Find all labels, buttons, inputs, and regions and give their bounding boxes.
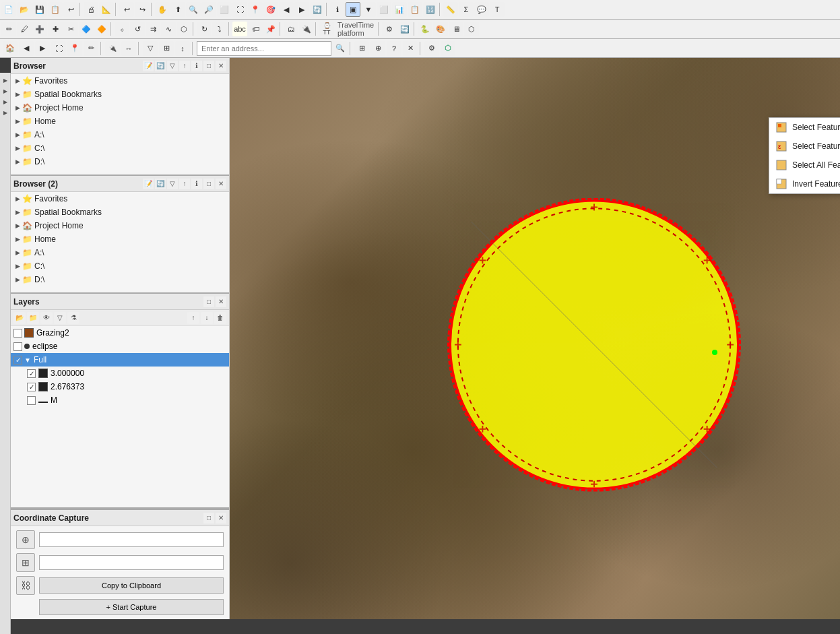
settings2-btn[interactable]: ⚙ bbox=[424, 41, 439, 56]
browser-item-home[interactable]: ▶ 📁 Home bbox=[11, 115, 229, 128]
nav-home-btn[interactable]: 🏠 bbox=[3, 41, 18, 56]
node-tool-btn[interactable]: ⬦ bbox=[115, 22, 129, 36]
layer-grazing2[interactable]: Grazing2 bbox=[11, 326, 229, 340]
deselect-btn[interactable]: ⬜ bbox=[377, 2, 391, 17]
browser2-info-btn[interactable]: ℹ bbox=[191, 179, 202, 189]
coord-input-2[interactable] bbox=[39, 555, 224, 570]
coord-float-btn[interactable]: □ bbox=[203, 513, 214, 524]
close-layer-btn[interactable]: ✕ bbox=[403, 41, 418, 56]
snap-to-grid-btn[interactable]: ⊞ bbox=[354, 41, 369, 56]
geocode-btn[interactable]: 🔍 bbox=[333, 41, 348, 56]
browser2-item-favorites[interactable]: ▶ ⭐ Favorites bbox=[11, 192, 229, 205]
hexagon-btn[interactable]: ⬡ bbox=[441, 41, 455, 56]
nav-back-btn[interactable]: ◀ bbox=[19, 41, 34, 56]
select-dropdown-btn[interactable]: ▼ bbox=[361, 2, 376, 17]
layers-filter-layer-btn[interactable]: ⚗ bbox=[67, 312, 79, 324]
sublayer-2676[interactable]: 2.676373 bbox=[11, 380, 229, 393]
digitize-btn[interactable]: 🖊 bbox=[17, 22, 32, 36]
browser-item-d[interactable]: ▶ 📁 D:\ bbox=[11, 155, 229, 168]
dock-btn-4[interactable]: ▶ bbox=[1, 108, 10, 117]
dock-btn-1[interactable]: ▶ bbox=[1, 75, 10, 85]
browser-item-favorites[interactable]: ▶ ⭐ Favorites bbox=[11, 74, 229, 88]
print-btn[interactable]: 🖨 bbox=[84, 2, 98, 17]
processing-btn[interactable]: ⚙ bbox=[382, 22, 397, 36]
menu-select-by-expression[interactable]: ε Select Features by Expression... bbox=[769, 137, 840, 156]
new-project-btn[interactable]: 📄 bbox=[1, 2, 16, 17]
random-select-btn[interactable]: ↕ bbox=[175, 41, 190, 56]
reshape-btn[interactable]: ↺ bbox=[130, 22, 145, 36]
browser2-item-a[interactable]: ▶ 📁 A:\ bbox=[11, 246, 229, 259]
coord-chain-btn[interactable]: ⛓ bbox=[16, 576, 35, 595]
zoom-prev-btn[interactable]: ◀ bbox=[279, 2, 294, 17]
browser-new-btn[interactable]: 📝 bbox=[143, 61, 154, 71]
layer-full[interactable]: ▼ Full bbox=[11, 353, 229, 367]
layers-move-up-btn[interactable]: ↑ bbox=[187, 312, 199, 324]
pan-btn[interactable]: ✋ bbox=[155, 2, 170, 17]
help-btn[interactable]: ? bbox=[387, 41, 401, 56]
save-as-btn[interactable]: 📋 bbox=[48, 2, 63, 17]
browser2-item-d[interactable]: ▶ 📁 D:\ bbox=[11, 273, 229, 286]
layers-float-btn[interactable]: □ bbox=[203, 296, 214, 307]
zoom-layer-btn[interactable]: 📍 bbox=[248, 2, 263, 17]
zoom-in-btn[interactable]: 🔍 bbox=[186, 2, 201, 17]
zoom-rubber-btn[interactable]: ⬜ bbox=[217, 2, 232, 17]
stats-btn[interactable]: 📊 bbox=[392, 2, 407, 17]
browser-close-btn[interactable]: ✕ bbox=[216, 61, 226, 71]
layers-open-btn[interactable]: 📂 bbox=[13, 312, 26, 324]
browser2-item-c[interactable]: ▶ 📁 C:\ bbox=[11, 259, 229, 273]
select-btn[interactable]: ▣ bbox=[346, 2, 360, 17]
browser-filter-btn[interactable]: ▽ bbox=[167, 61, 178, 71]
text-btn[interactable]: T bbox=[490, 2, 505, 17]
map-themes-btn[interactable]: 🎨 bbox=[433, 22, 448, 36]
map-area[interactable]: Select Features by Value... ε Select Fea… bbox=[230, 58, 840, 619]
pan-map-btn[interactable]: ⬆ bbox=[170, 2, 185, 17]
browser2-collapse-btn[interactable]: ↑ bbox=[179, 179, 190, 189]
zoom-full-btn[interactable]: ⛶ bbox=[232, 2, 247, 17]
browser-item-project-home[interactable]: ▶ 🏠 Project Home bbox=[11, 101, 229, 115]
open-project-btn[interactable]: 📂 bbox=[17, 2, 32, 17]
menu-select-all[interactable]: Select All Features bbox=[769, 156, 840, 175]
qgis-server-btn[interactable]: 🖥 bbox=[449, 22, 463, 36]
edit-toggle-btn[interactable]: ✏ bbox=[1, 22, 16, 36]
coord-crosshair-btn[interactable]: ⊕ bbox=[16, 530, 35, 549]
layers-filter-btn[interactable]: ▽ bbox=[54, 312, 66, 324]
menu-invert-selection[interactable]: Invert Feature Selection bbox=[769, 175, 840, 193]
snap-btn[interactable]: ⛶ bbox=[51, 41, 66, 56]
add-feature-btn[interactable]: ➕ bbox=[32, 22, 47, 36]
offset-curve-btn[interactable]: ⤵ bbox=[212, 22, 227, 36]
browser-info-btn[interactable]: ℹ bbox=[191, 61, 202, 71]
browser2-filter-btn[interactable]: ▽ bbox=[167, 179, 178, 189]
plugin-btn[interactable]: 🔌 bbox=[299, 22, 314, 36]
travel-btn[interactable]: 🔌 bbox=[105, 41, 120, 56]
traveltime-icon[interactable]: ⌚TT bbox=[319, 22, 334, 36]
delete-btn[interactable]: ✂ bbox=[63, 22, 78, 36]
move-vertex-btn[interactable]: ✚ bbox=[48, 22, 63, 36]
layer-btn[interactable]: 🗂 bbox=[284, 22, 298, 36]
select-location-btn[interactable]: ⊞ bbox=[159, 41, 174, 56]
layer-full-expand[interactable]: ▼ bbox=[24, 356, 31, 364]
layer-grazing2-check[interactable] bbox=[13, 329, 22, 338]
browser2-item-spatial[interactable]: ▶ 📁 Spatial Bookmarks bbox=[11, 205, 229, 219]
snap-layer-btn[interactable]: 📍 bbox=[67, 41, 82, 56]
undo-btn[interactable]: ↩ bbox=[119, 2, 134, 17]
simplify-btn[interactable]: ∿ bbox=[161, 22, 176, 36]
browser2-item-project-home[interactable]: ▶ 🏠 Project Home bbox=[11, 219, 229, 232]
nav-fwd-btn[interactable]: ▶ bbox=[35, 41, 50, 56]
browser2-item-home[interactable]: ▶ 📁 Home bbox=[11, 232, 229, 246]
attr-table-btn[interactable]: 📋 bbox=[408, 2, 422, 17]
browser-item-c[interactable]: ▶ 📁 C:\ bbox=[11, 141, 229, 155]
browser-item-a[interactable]: ▶ 📁 A:\ bbox=[11, 128, 229, 141]
identify-btn[interactable]: ℹ bbox=[330, 2, 345, 17]
copy-to-clipboard-btn[interactable]: Copy to Clipboard bbox=[39, 577, 224, 594]
plugin2-btn[interactable]: 🔄 bbox=[397, 22, 412, 36]
browser-float-btn[interactable]: □ bbox=[203, 61, 214, 71]
measure-btn[interactable]: 📏 bbox=[443, 2, 458, 17]
dock-btn-3[interactable]: ▶ bbox=[1, 97, 10, 106]
sublayer-2676-check[interactable] bbox=[27, 383, 36, 391]
layer-full-check[interactable] bbox=[13, 356, 22, 364]
label-btn[interactable]: abc bbox=[232, 22, 247, 36]
zoom-next-btn[interactable]: ▶ bbox=[294, 2, 309, 17]
merge-btn[interactable]: 🔶 bbox=[94, 22, 109, 36]
layers-add-group-btn[interactable]: 📁 bbox=[27, 312, 39, 324]
fill-ring-btn[interactable]: ⬡ bbox=[176, 22, 191, 36]
